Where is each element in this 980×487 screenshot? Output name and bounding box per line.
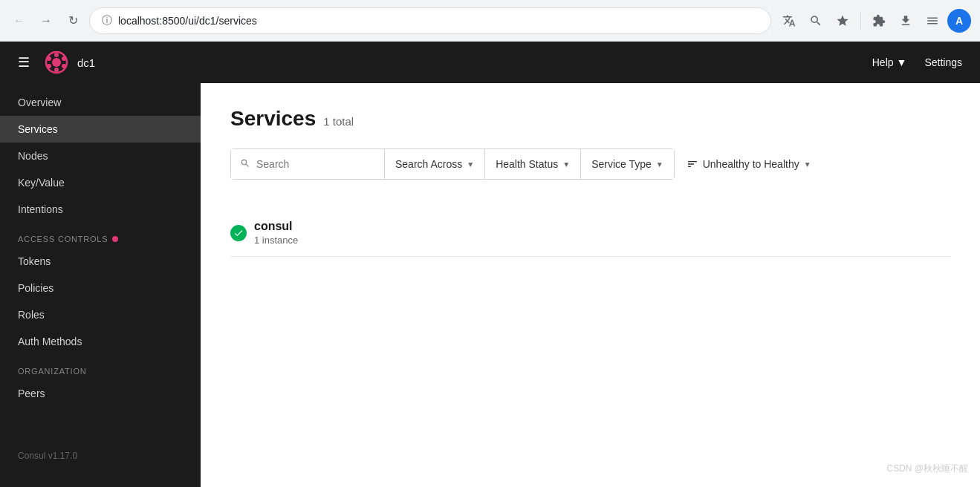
health-status-chevron: ▼ [562,160,570,169]
help-button[interactable]: Help ▼ [866,50,913,74]
top-nav: ☰ dc1 Help ▼ [0,42,980,83]
policies-label: Policies [18,282,53,294]
sidebar-item-roles[interactable]: Roles [0,301,201,328]
browser-forward-btn[interactable]: → [36,10,56,31]
sidebar-version: Consul v1.17.0 [18,451,77,461]
address-text: localhost:8500/ui/dc1/services [118,15,759,27]
sidebar-toggle-icon[interactable] [921,9,944,33]
intentions-label: Intentions [18,203,63,215]
access-controls-section: ACCESS CONTROLS [0,223,201,248]
roles-label: Roles [18,309,45,321]
service-instances: 1 instance [254,235,298,246]
overview-label: Overview [18,97,61,108]
sidebar: Overview Services Nodes Key/Value Intent… [0,83,201,487]
nodes-label: Nodes [18,150,48,162]
svg-point-2 [54,53,59,57]
auth-methods-label: Auth Methods [18,336,82,347]
search-across-chevron: ▼ [467,160,474,169]
translate-icon[interactable] [777,9,801,33]
divider [860,12,861,30]
star-icon[interactable] [831,9,854,33]
svg-point-7 [47,56,51,61]
consul-logo [45,50,68,74]
sort-label: Unhealthy to Healthy [703,158,799,170]
main-layout: Overview Services Nodes Key/Value Intent… [0,83,980,487]
extensions-icon[interactable] [867,9,891,33]
organization-section: ORGANIZATION [0,355,201,380]
settings-button[interactable]: Settings [918,50,968,74]
hamburger-icon[interactable]: ☰ [12,48,36,76]
browser-chrome: ← → ↻ ⓘ localhost:8500/ui/dc1/services A [0,0,980,42]
sort-chevron: ▼ [804,160,811,169]
search-input-wrapper [231,149,385,179]
browser-reload-btn[interactable]: ↻ [62,10,83,31]
search-across-label: Search Across [395,158,462,170]
peers-label: Peers [18,388,45,399]
page-title-count: 1 total [323,115,354,128]
page-title-row: Services 1 total [230,107,950,131]
zoom-icon[interactable] [804,9,828,33]
access-controls-dot [112,236,118,242]
address-bar[interactable]: ⓘ localhost:8500/ui/dc1/services [89,7,771,34]
lock-icon: ⓘ [102,14,112,27]
sidebar-item-intentions[interactable]: Intentions [0,196,201,223]
tokens-label: Tokens [18,255,51,267]
service-info: consul 1 instance [254,220,298,246]
search-across-dropdown[interactable]: Search Across ▼ [385,149,485,179]
sort-control[interactable]: Unhealthy to Healthy ▼ [687,158,811,170]
health-status-label: Health Status [496,158,558,170]
svg-point-5 [54,68,59,72]
sort-icon [687,158,698,170]
sidebar-item-peers[interactable]: Peers [0,380,201,407]
sidebar-item-services[interactable]: Services [0,116,201,143]
health-passing-icon [230,225,247,241]
search-icon [240,158,250,171]
browser-back-btn[interactable]: ← [9,10,30,31]
service-type-label: Service Type [591,158,652,170]
user-avatar[interactable]: A [947,9,971,33]
top-nav-left: ☰ dc1 [12,48,95,76]
app-container: ☰ dc1 Help ▼ [0,42,980,487]
search-input[interactable] [256,158,375,170]
health-status-dropdown[interactable]: Health Status ▼ [485,149,581,179]
consul-logo-svg [45,50,68,74]
sidebar-item-policies[interactable]: Policies [0,275,201,301]
top-nav-right: Help ▼ Settings [866,50,968,74]
browser-toolbar: A [777,9,971,33]
services-label: Services [18,123,58,135]
table-row[interactable]: consul 1 instance [230,209,950,257]
service-name: consul [254,220,298,233]
sidebar-item-tokens[interactable]: Tokens [0,248,201,275]
watermark: CSDN @秋秋睡不醒 [886,463,968,475]
sidebar-item-overview[interactable]: Overview [0,89,201,116]
sidebar-item-auth-methods[interactable]: Auth Methods [0,328,201,355]
svg-point-4 [62,64,66,68]
service-list: consul 1 instance [230,209,950,257]
svg-point-3 [62,56,66,61]
controls-row: Search Across ▼ Health Status ▼ Service … [230,148,950,195]
download-icon[interactable] [894,9,918,33]
dc-name: dc1 [77,56,95,69]
service-type-dropdown[interactable]: Service Type ▼ [581,149,674,179]
service-type-chevron: ▼ [656,160,663,169]
content-area: Services 1 total Search Across [201,83,980,487]
sidebar-item-nodes[interactable]: Nodes [0,143,201,169]
svg-point-1 [52,58,61,67]
page-title: Services [230,107,316,131]
svg-point-6 [47,64,51,68]
filter-bar: Search Across ▼ Health Status ▼ Service … [230,148,675,180]
chevron-down-icon: ▼ [897,56,907,68]
key-value-label: Key/Value [18,177,65,189]
sidebar-item-key-value[interactable]: Key/Value [0,169,201,196]
